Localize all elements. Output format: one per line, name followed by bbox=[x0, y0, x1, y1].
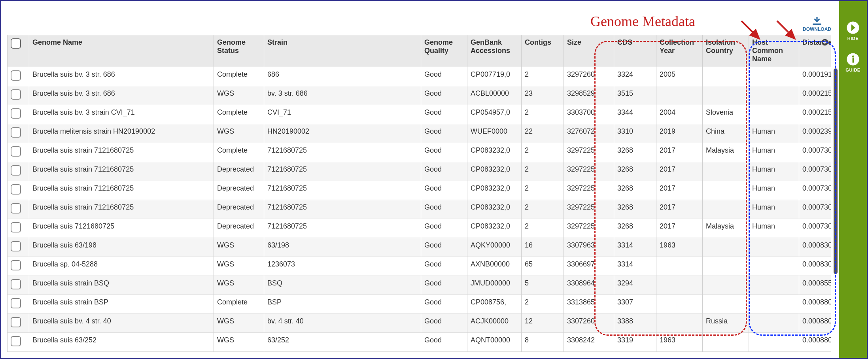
row-checkbox[interactable] bbox=[11, 279, 21, 289]
cell-status: Deprecated bbox=[214, 181, 264, 200]
row-checkbox[interactable] bbox=[11, 184, 21, 195]
guide-label: GUIDE bbox=[845, 68, 860, 72]
row-select-cell bbox=[8, 276, 29, 295]
col-genome-name[interactable]: Genome Name bbox=[29, 35, 214, 67]
col-size[interactable]: Size bbox=[564, 35, 614, 67]
table-row[interactable]: Brucella canis strain FDAARGOS_420Comple… bbox=[8, 352, 832, 352]
row-select-cell bbox=[8, 86, 29, 105]
row-checkbox[interactable] bbox=[11, 260, 21, 270]
cell-quality: Good bbox=[421, 105, 467, 124]
row-checkbox[interactable] bbox=[11, 70, 21, 81]
cell-strain: CVI_71 bbox=[264, 105, 421, 124]
col-host-common-name[interactable]: Host Common Name bbox=[749, 35, 799, 67]
table-row[interactable]: Brucella suis bv. 4 str. 40WGSbv. 4 str.… bbox=[8, 314, 832, 333]
col-strain[interactable]: Strain bbox=[264, 35, 421, 67]
col-genome-quality[interactable]: Genome Quality bbox=[421, 35, 467, 67]
table-row[interactable]: Brucella suis bv. 3 strain CVI_71Complet… bbox=[8, 105, 832, 124]
table-row[interactable]: Brucella suis strain BSQWGSBSQGoodJMUD00… bbox=[8, 276, 832, 295]
cell-iso bbox=[703, 162, 749, 181]
cell-year: 1963 bbox=[656, 333, 703, 352]
col-cds[interactable]: CDS bbox=[614, 35, 656, 67]
cell-distance: 0.00073074 bbox=[799, 143, 832, 162]
cell-status: Complete bbox=[214, 105, 264, 124]
cell-status: Complete bbox=[214, 67, 264, 86]
cell-distance: 0.00073074 bbox=[799, 219, 832, 238]
cell-contigs: 22 bbox=[522, 124, 564, 143]
cell-quality: Good bbox=[421, 295, 467, 314]
cell-quality: Good bbox=[421, 200, 467, 219]
column-settings-button[interactable] bbox=[821, 38, 829, 47]
cell-size: 3276072 bbox=[564, 124, 614, 143]
cell-gb: AQNT00000 bbox=[467, 333, 522, 352]
row-checkbox[interactable] bbox=[11, 298, 21, 308]
cell-quality: Good bbox=[421, 333, 467, 352]
cell-status: WGS bbox=[214, 257, 264, 276]
chevron-right-circle-icon bbox=[846, 21, 860, 34]
row-checkbox[interactable] bbox=[11, 203, 21, 214]
cell-iso bbox=[703, 276, 749, 295]
row-select-cell bbox=[8, 200, 29, 219]
info-circle-icon bbox=[846, 53, 860, 66]
col-genome-status[interactable]: Genome Status bbox=[214, 35, 264, 67]
cell-gb: CP083232,0 bbox=[467, 200, 522, 219]
table-row[interactable]: Brucella melitensis strain HN20190002WGS… bbox=[8, 124, 832, 143]
cell-iso bbox=[703, 86, 749, 105]
cell-contigs: 2 bbox=[522, 143, 564, 162]
cell-iso bbox=[703, 200, 749, 219]
table-row[interactable]: Brucella suis strain 7121680725Deprecate… bbox=[8, 200, 832, 219]
table-row[interactable]: Brucella suis bv. 3 str. 686Complete686G… bbox=[8, 67, 832, 86]
table-row[interactable]: Brucella suis 63/198WGS63/198GoodAQKY000… bbox=[8, 238, 832, 257]
table-row[interactable]: Brucella suis strain 7121680725Deprecate… bbox=[8, 181, 832, 200]
hide-button[interactable]: HIDE bbox=[846, 21, 860, 41]
cell-cds: 3268 bbox=[614, 181, 656, 200]
row-checkbox[interactable] bbox=[11, 241, 21, 251]
cell-host bbox=[749, 238, 799, 257]
row-select-cell bbox=[8, 257, 29, 276]
genome-table: Genome Name Genome Status Strain Genome … bbox=[7, 35, 831, 352]
cell-gb: ACBL00000 bbox=[467, 86, 522, 105]
row-checkbox[interactable] bbox=[11, 89, 21, 100]
cell-iso: China bbox=[703, 124, 749, 143]
cell-name: Brucella sp. 04-5288 bbox=[29, 257, 214, 276]
row-checkbox[interactable] bbox=[11, 146, 21, 157]
cell-iso: Malaysia bbox=[703, 219, 749, 238]
row-checkbox[interactable] bbox=[11, 317, 21, 327]
cell-size: 3298529 bbox=[564, 86, 614, 105]
row-checkbox[interactable] bbox=[11, 165, 21, 176]
right-sidebar: HIDE GUIDE bbox=[839, 1, 867, 358]
download-button[interactable]: DOWNLOAD bbox=[803, 17, 831, 32]
table-row[interactable]: Brucella suis 7121680725Deprecated712168… bbox=[8, 219, 832, 238]
table-row[interactable]: Brucella suis strain 7121680725Complete7… bbox=[8, 143, 832, 162]
cell-year: 2019 bbox=[656, 124, 703, 143]
table-row[interactable]: Brucella suis bv. 3 str. 686WGSbv. 3 str… bbox=[8, 86, 832, 105]
cell-strain: bv. 3 str. 686 bbox=[264, 86, 421, 105]
table-row[interactable]: Brucella suis 63/252WGS63/252GoodAQNT000… bbox=[8, 333, 832, 352]
select-all-checkbox[interactable] bbox=[11, 38, 21, 49]
cell-quality: Good bbox=[421, 257, 467, 276]
col-contigs[interactable]: Contigs bbox=[522, 35, 564, 67]
row-checkbox[interactable] bbox=[11, 108, 21, 119]
cell-iso bbox=[703, 67, 749, 86]
row-checkbox[interactable] bbox=[11, 222, 21, 232]
table-row[interactable]: Brucella suis strain 7121680725Deprecate… bbox=[8, 162, 832, 181]
cell-distance: 0.00085582 bbox=[799, 276, 832, 295]
table-row[interactable]: Brucella suis strain BSPCompleteBSPGoodC… bbox=[8, 295, 832, 314]
table-row[interactable]: Brucella sp. 04-5288WGS1236073GoodAXNB00… bbox=[8, 257, 832, 276]
cell-status: Complete bbox=[214, 143, 264, 162]
cell-contigs: 8 bbox=[522, 333, 564, 352]
annotation-genome-metadata: Genome Metadata bbox=[590, 13, 695, 30]
row-checkbox[interactable] bbox=[11, 336, 21, 346]
cell-contigs: 2 bbox=[522, 181, 564, 200]
guide-button[interactable]: GUIDE bbox=[845, 53, 860, 72]
cell-cds: 3319 bbox=[614, 333, 656, 352]
col-isolation-country[interactable]: Isolation Country bbox=[703, 35, 749, 67]
cell-gb: ACJK00000 bbox=[467, 314, 522, 333]
genome-table-wrap: Genome Name Genome Status Strain Genome … bbox=[7, 35, 831, 352]
cell-distance: 0.00023989 bbox=[799, 124, 832, 143]
vertical-scrollbar[interactable] bbox=[834, 68, 838, 274]
cell-contigs: 5 bbox=[522, 276, 564, 295]
col-genbank-accessions[interactable]: GenBank Accessions bbox=[467, 35, 522, 67]
download-label: DOWNLOAD bbox=[803, 26, 831, 32]
col-collection-year[interactable]: Collection Year bbox=[656, 35, 703, 67]
row-checkbox[interactable] bbox=[11, 127, 21, 138]
